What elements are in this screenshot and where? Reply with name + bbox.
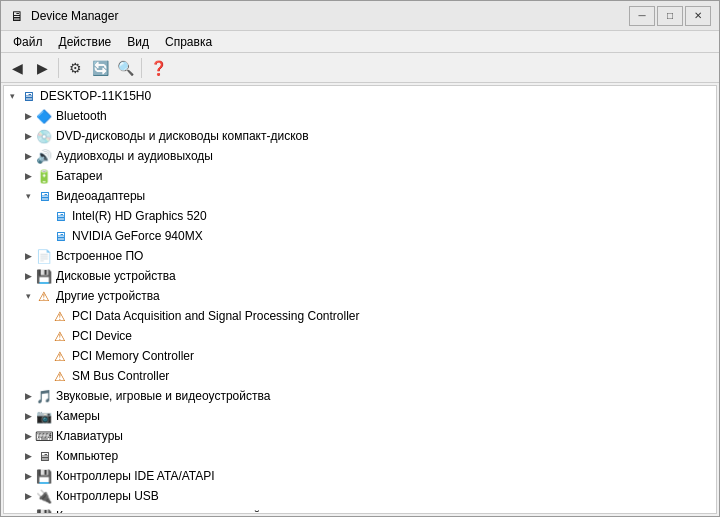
other-toggle[interactable]: ▾ bbox=[20, 288, 36, 304]
tree-item-ide[interactable]: ▶ 💾 Контроллеры IDE ATA/ATAPI bbox=[4, 466, 716, 486]
menu-file[interactable]: Файл bbox=[5, 33, 51, 51]
tree-item-other[interactable]: ▾ ⚠ Другие устройства bbox=[4, 286, 716, 306]
title-bar: 🖥 Device Manager ─ □ ✕ bbox=[1, 1, 719, 31]
tree-item-pci-memory[interactable]: ▶ ⚠ PCI Memory Controller bbox=[4, 346, 716, 366]
tree-item-video[interactable]: ▾ 🖥 Видеоадаптеры bbox=[4, 186, 716, 206]
usb-icon: 🔌 bbox=[36, 488, 52, 504]
properties-button[interactable]: ⚙ bbox=[63, 56, 87, 80]
sound-toggle[interactable]: ▶ bbox=[20, 388, 36, 404]
camera-icon: 📷 bbox=[36, 408, 52, 424]
disk-toggle[interactable]: ▶ bbox=[20, 268, 36, 284]
back-button[interactable]: ◀ bbox=[5, 56, 29, 80]
sound-label: Звуковые, игровые и видеоустройства bbox=[56, 389, 270, 403]
keyboard-label: Клавиатуры bbox=[56, 429, 123, 443]
intel-gpu-icon: 🖥 bbox=[52, 208, 68, 224]
tree-item-nvidia-gpu[interactable]: ▶ 🖥 NVIDIA GeForce 940MX bbox=[4, 226, 716, 246]
other-label: Другие устройства bbox=[56, 289, 160, 303]
tree-item-storage[interactable]: ▶ 💾 Контроллеры запоминающих устройств bbox=[4, 506, 716, 514]
sm-bus-label: SM Bus Controller bbox=[72, 369, 169, 383]
tree-root[interactable]: ▾ 🖥 DESKTOP-11K15H0 bbox=[4, 86, 716, 106]
intel-gpu-label: Intel(R) HD Graphics 520 bbox=[72, 209, 207, 223]
nvidia-gpu-icon: 🖥 bbox=[52, 228, 68, 244]
storage-label: Контроллеры запоминающих устройств bbox=[56, 509, 278, 514]
tree-item-disk[interactable]: ▶ 💾 Дисковые устройства bbox=[4, 266, 716, 286]
tree-item-intel-gpu[interactable]: ▶ 🖥 Intel(R) HD Graphics 520 bbox=[4, 206, 716, 226]
pci-device-label: PCI Device bbox=[72, 329, 132, 343]
tree-item-pci-data[interactable]: ▶ ⚠ PCI Data Acquisition and Signal Proc… bbox=[4, 306, 716, 326]
computer-toggle[interactable]: ▶ bbox=[20, 448, 36, 464]
update-button[interactable]: 🔄 bbox=[88, 56, 112, 80]
tree-item-bluetooth[interactable]: ▶ 🔷 Bluetooth bbox=[4, 106, 716, 126]
bluetooth-icon: 🔷 bbox=[36, 108, 52, 124]
scan-button[interactable]: 🔍 bbox=[113, 56, 137, 80]
forward-button[interactable]: ▶ bbox=[30, 56, 54, 80]
usb-toggle[interactable]: ▶ bbox=[20, 488, 36, 504]
dvd-label: DVD-дисководы и дисководы компакт-дисков bbox=[56, 129, 309, 143]
menu-action[interactable]: Действие bbox=[51, 33, 120, 51]
computer2-icon: 🖥 bbox=[36, 448, 52, 464]
tree-item-embedded[interactable]: ▶ 📄 Встроенное ПО bbox=[4, 246, 716, 266]
pci-data-label: PCI Data Acquisition and Signal Processi… bbox=[72, 309, 359, 323]
ide-label: Контроллеры IDE ATA/ATAPI bbox=[56, 469, 215, 483]
camera-toggle[interactable]: ▶ bbox=[20, 408, 36, 424]
tree-item-sm-bus[interactable]: ▶ ⚠ SM Bus Controller bbox=[4, 366, 716, 386]
battery-toggle[interactable]: ▶ bbox=[20, 168, 36, 184]
toolbar-separator-2 bbox=[141, 58, 142, 78]
minimize-button[interactable]: ─ bbox=[629, 6, 655, 26]
tree-item-keyboard[interactable]: ▶ ⌨ Клавиатуры bbox=[4, 426, 716, 446]
ide-toggle[interactable]: ▶ bbox=[20, 468, 36, 484]
dvd-icon: 💿 bbox=[36, 128, 52, 144]
tree-item-camera[interactable]: ▶ 📷 Камеры bbox=[4, 406, 716, 426]
menu-view[interactable]: Вид bbox=[119, 33, 157, 51]
video-icon: 🖥 bbox=[36, 188, 52, 204]
camera-label: Камеры bbox=[56, 409, 100, 423]
embedded-label: Встроенное ПО bbox=[56, 249, 143, 263]
help-button[interactable]: ❓ bbox=[146, 56, 170, 80]
toolbar: ◀ ▶ ⚙ 🔄 🔍 ❓ bbox=[1, 53, 719, 83]
window-controls: ─ □ ✕ bbox=[629, 6, 711, 26]
ide-icon: 💾 bbox=[36, 468, 52, 484]
battery-label: Батареи bbox=[56, 169, 102, 183]
storage-icon: 💾 bbox=[36, 508, 52, 514]
sm-bus-icon: ⚠ bbox=[52, 368, 68, 384]
nvidia-gpu-label: NVIDIA GeForce 940MX bbox=[72, 229, 203, 243]
usb-label: Контроллеры USB bbox=[56, 489, 159, 503]
tree-item-battery[interactable]: ▶ 🔋 Батареи bbox=[4, 166, 716, 186]
dvd-toggle[interactable]: ▶ bbox=[20, 128, 36, 144]
disk-label: Дисковые устройства bbox=[56, 269, 176, 283]
device-manager-window: 🖥 Device Manager ─ □ ✕ Файл Действие Вид… bbox=[0, 0, 720, 517]
device-tree[interactable]: ▾ 🖥 DESKTOP-11K15H0 ▶ 🔷 Bluetooth ▶ 💿 DV… bbox=[3, 85, 717, 514]
audio-icon: 🔊 bbox=[36, 148, 52, 164]
embedded-toggle[interactable]: ▶ bbox=[20, 248, 36, 264]
window-title: Device Manager bbox=[31, 9, 629, 23]
audio-label: Аудиовходы и аудиовыходы bbox=[56, 149, 213, 163]
menu-bar: Файл Действие Вид Справка bbox=[1, 31, 719, 53]
bluetooth-toggle[interactable]: ▶ bbox=[20, 108, 36, 124]
tree-item-sound[interactable]: ▶ 🎵 Звуковые, игровые и видеоустройства bbox=[4, 386, 716, 406]
sound-icon: 🎵 bbox=[36, 388, 52, 404]
tree-item-usb[interactable]: ▶ 🔌 Контроллеры USB bbox=[4, 486, 716, 506]
root-label: DESKTOP-11K15H0 bbox=[40, 89, 151, 103]
embedded-icon: 📄 bbox=[36, 248, 52, 264]
close-button[interactable]: ✕ bbox=[685, 6, 711, 26]
menu-help[interactable]: Справка bbox=[157, 33, 220, 51]
video-label: Видеоадаптеры bbox=[56, 189, 145, 203]
toolbar-separator-1 bbox=[58, 58, 59, 78]
battery-icon: 🔋 bbox=[36, 168, 52, 184]
pci-data-icon: ⚠ bbox=[52, 308, 68, 324]
audio-toggle[interactable]: ▶ bbox=[20, 148, 36, 164]
computer-label: Компьютер bbox=[56, 449, 118, 463]
tree-item-computer[interactable]: ▶ 🖥 Компьютер bbox=[4, 446, 716, 466]
disk-icon: 💾 bbox=[36, 268, 52, 284]
bluetooth-label: Bluetooth bbox=[56, 109, 107, 123]
tree-item-pci-device[interactable]: ▶ ⚠ PCI Device bbox=[4, 326, 716, 346]
maximize-button[interactable]: □ bbox=[657, 6, 683, 26]
root-toggle[interactable]: ▾ bbox=[4, 88, 20, 104]
tree-item-dvd[interactable]: ▶ 💿 DVD-дисководы и дисководы компакт-ди… bbox=[4, 126, 716, 146]
computer-icon: 🖥 bbox=[20, 88, 36, 104]
tree-item-audio[interactable]: ▶ 🔊 Аудиовходы и аудиовыходы bbox=[4, 146, 716, 166]
storage-toggle[interactable]: ▶ bbox=[20, 508, 36, 514]
pci-memory-label: PCI Memory Controller bbox=[72, 349, 194, 363]
keyboard-icon: ⌨ bbox=[36, 428, 52, 444]
video-toggle[interactable]: ▾ bbox=[20, 188, 36, 204]
